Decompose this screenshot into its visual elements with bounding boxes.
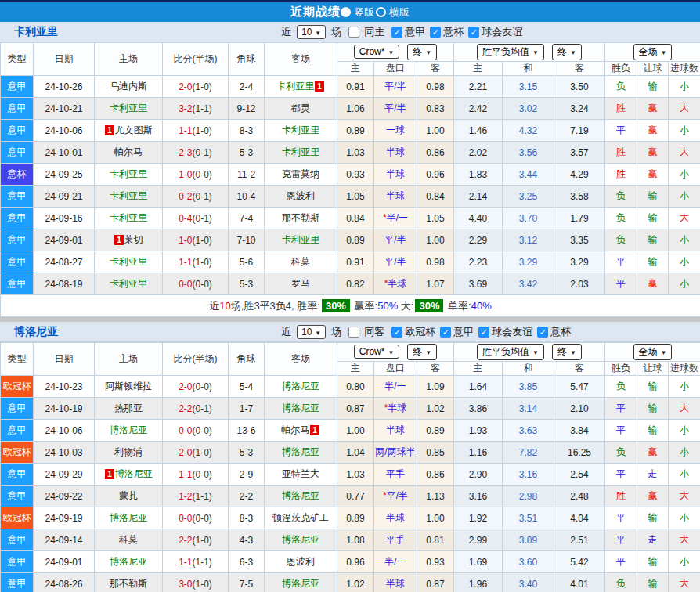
table-summary: 近10场,胜3平3负4, 胜率:30% 赢率:50% 大:30% 单率:40%	[1, 295, 700, 317]
draw-odds-value: 3.63	[519, 425, 537, 436]
result-cell: 胜	[605, 164, 637, 186]
draw-odds-value: 3.44	[519, 169, 537, 180]
handicap-cell: 半球	[374, 507, 417, 529]
recent-count-select[interactable]: 10▼	[297, 325, 326, 339]
header-dropdown[interactable]: 终▼	[552, 344, 582, 360]
date-cell: 24-08-26	[34, 573, 95, 592]
match-row: 意甲24-08-19卡利亚里0-0(0-0)5-3罗马0.82*半球1.073.…	[1, 273, 700, 295]
header-dropdown[interactable]: 终▼	[552, 44, 582, 60]
away-team-cell: 博洛尼亚	[265, 573, 337, 592]
header-dropdown[interactable]: 全场▼	[633, 344, 673, 360]
league-checkbox[interactable]: ✓	[391, 327, 402, 338]
corners-cell: 7-5	[229, 573, 265, 592]
letgoal-value: 输	[648, 512, 658, 523]
result-value: 胜	[616, 490, 626, 501]
away-odds-cell: 1.07	[417, 273, 454, 295]
date-cell: 24-09-16	[34, 208, 95, 229]
handicap-name: 平/半	[387, 490, 408, 501]
home-team-cell: 卡利亚里	[95, 251, 163, 273]
league-checkbox[interactable]: ✓	[430, 27, 441, 38]
win-odds-cell: 2.02	[454, 142, 503, 164]
header-dropdown[interactable]: Crow*▼	[354, 45, 400, 59]
recent-count-select[interactable]: 10▼	[297, 25, 326, 39]
halftime-score: (0-0)	[193, 279, 212, 290]
result-cell: 平	[605, 251, 637, 273]
handicap-name: 平/半	[384, 256, 406, 267]
home-odds-cell: 0.84	[337, 208, 374, 229]
score-cell: 1-1(0-0)	[163, 464, 229, 486]
header-dropdown[interactable]: 胜平负均值▼	[477, 44, 544, 60]
summary-text: 大:	[398, 300, 413, 312]
home-team-cell: 乌迪内斯	[95, 76, 163, 98]
draw-odds-cell: 3.42	[503, 273, 554, 295]
league-checkbox[interactable]: ✓	[537, 327, 548, 338]
letgoal-cell: 赢	[637, 164, 669, 186]
win-odds-cell: 1.83	[454, 164, 503, 186]
away-team-cell: 博洛尼亚	[265, 529, 337, 551]
handicap-name: 平/半	[384, 234, 406, 245]
table-head: 类型日期主场比分(半场)角球客场Crow*▼终▼胜平负均值▼终▼全场▼主盘口客主…	[1, 343, 700, 376]
score-cell: 1-1(1-0)	[163, 120, 229, 142]
home-odds-cell: 0.80	[337, 376, 374, 398]
same-venue-checkbox[interactable]	[348, 327, 359, 338]
header-dropdown[interactable]: 终▼	[407, 44, 437, 60]
vertical-radio[interactable]	[341, 7, 351, 17]
header-dropdown[interactable]: Crow*▼	[354, 345, 400, 359]
handicap-cell: *平/半	[374, 486, 417, 507]
league-checkbox-label: 意甲	[453, 325, 474, 339]
horizontal-radio[interactable]	[376, 7, 386, 17]
lose-odds-cell: 2.10	[554, 398, 605, 420]
team-label: 莱切	[124, 234, 143, 245]
header-dropdown[interactable]: 胜平负均值▼	[477, 344, 544, 360]
summary-value: 40%	[471, 300, 492, 312]
fulltime-score: 0-0	[179, 425, 192, 436]
team-label: 卡利亚里	[110, 103, 147, 114]
lose-odds-cell: 3.58	[554, 186, 605, 208]
corners-cell: 8-3	[229, 120, 265, 142]
date-cell: 24-09-14	[34, 529, 95, 551]
halftime-score: (0-0)	[193, 425, 212, 436]
lose-odds-cell: 2.54	[554, 464, 605, 486]
league-checkbox[interactable]: ✓	[478, 327, 489, 338]
draw-odds-cell: 3.09	[503, 529, 554, 551]
result-cell: 胜	[605, 98, 637, 120]
chevron-down-icon: ▼	[532, 49, 539, 56]
match-row: 意甲24-08-27卡利亚里1-1(1-0)5-6科莫0.91平/半0.982.…	[1, 251, 700, 273]
lose-odds-cell: 7.19	[554, 120, 605, 142]
score-cell: 3-2(1-1)	[163, 98, 229, 120]
league-cell: 意甲	[1, 251, 34, 273]
letgoal-cell: 赢	[637, 442, 669, 464]
scope-group-header: 全场▼	[605, 343, 700, 362]
result-value: 负	[616, 446, 626, 457]
away-team-cell: 恩波利	[265, 186, 337, 208]
home-team-cell: 阿斯顿维拉	[95, 376, 163, 398]
league-cell: 意甲	[1, 486, 34, 507]
team-section: 卡利亚里近10▼场同主✓意甲✓意杯✓球会友谊类型日期主场比分(半场)角球客场Cr…	[0, 22, 700, 317]
home-odds-cell: 1.03	[337, 142, 374, 164]
team-label: 亚特兰大	[282, 468, 319, 479]
header-dropdown[interactable]: 全场▼	[633, 44, 673, 60]
league-checkbox[interactable]: ✓	[468, 27, 479, 38]
draw-odds-value: 3.60	[519, 557, 537, 568]
league-cell: 意甲	[1, 98, 34, 120]
away-team-cell: 克雷莫纳	[265, 164, 337, 186]
letgoal-value: 赢	[648, 125, 658, 135]
result-value: 平	[616, 424, 626, 435]
goals-cell: 小	[669, 376, 700, 398]
league-checkbox[interactable]: ✓	[391, 27, 402, 38]
letgoal-cell: 走	[637, 464, 669, 486]
team-label: 博洛尼亚	[282, 402, 319, 413]
fulltime-score: 3-0	[179, 579, 192, 590]
team-label: 卡利亚里	[110, 212, 147, 223]
team-label: 蒙扎	[119, 490, 138, 501]
goals-value: 小	[680, 190, 689, 201]
header-dropdown[interactable]: 终▼	[407, 344, 437, 360]
letgoal-value: 赢	[648, 146, 658, 157]
same-venue-checkbox[interactable]	[348, 27, 359, 38]
corners-cell: 2-2	[229, 486, 265, 507]
score-cell: 1-1(1-1)	[163, 551, 229, 573]
draw-odds-cell: 3.60	[503, 551, 554, 573]
league-checkbox[interactable]: ✓	[440, 327, 451, 338]
handicap-cell: 一球	[374, 120, 417, 142]
date-cell: 24-08-27	[34, 251, 95, 273]
